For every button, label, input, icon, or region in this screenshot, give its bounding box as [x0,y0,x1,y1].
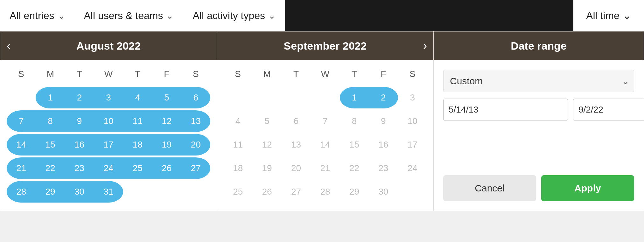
next-arrow-icon: › [423,39,427,52]
sep-day-25[interactable]: 25 [223,181,252,203]
aug-day-21[interactable]: 21 [7,157,36,179]
aug-day-22[interactable]: 22 [36,157,65,179]
september-day-headers: S M T W T F S [223,63,427,85]
all-users-teams-chevron-icon: ⌄ [166,10,173,21]
sep-day-19[interactable]: 19 [252,157,281,179]
panel-buttons: Cancel Apply [443,166,634,201]
aug-day-10[interactable]: 10 [94,110,123,132]
all-entries-chevron-icon: ⌄ [58,10,65,21]
sep-empty-5 [398,181,427,203]
aug-day-26[interactable]: 26 [152,157,181,179]
august-week-5: 28 29 30 31 [7,181,210,203]
sep-day-11[interactable]: 11 [223,134,252,156]
start-date-input[interactable] [443,99,568,121]
sep-day-10[interactable]: 10 [398,110,427,132]
aug-day-2[interactable]: 2 [65,87,94,108]
aug-empty-3 [152,181,181,203]
september-week-1: 1 2 3 [223,87,427,108]
sep-day-3[interactable]: 3 [398,87,427,108]
september-grid: S M T W T F S 1 2 3 [217,60,433,211]
end-date-input[interactable] [573,99,644,121]
aug-day-12[interactable]: 12 [152,110,181,132]
sep-day-7[interactable]: 7 [311,110,340,132]
august-week-4: 21 22 23 24 25 26 27 [7,157,210,179]
sep-day-22[interactable]: 22 [340,157,369,179]
aug-day-6[interactable]: 6 [181,87,210,108]
august-header: ‹ August 2022 [0,31,217,60]
september-calendar: September 2022 › S M T W T F S [217,31,433,211]
aug-day-4[interactable]: 4 [123,87,152,108]
aug-day-16[interactable]: 16 [65,134,94,156]
sep-day-26[interactable]: 26 [252,181,281,203]
aug-day-7[interactable]: 7 [7,110,36,132]
all-time-label: All time [586,10,620,22]
sep-day-16[interactable]: 16 [369,134,398,156]
aug-day-25[interactable]: 25 [123,157,152,179]
sep-day-9[interactable]: 9 [369,110,398,132]
sep-day-14[interactable]: 14 [311,134,340,156]
date-inputs [443,99,634,121]
august-week-3: 14 15 16 17 18 19 20 [7,134,210,156]
aug-day-20[interactable]: 20 [181,134,210,156]
aug-day-23[interactable]: 23 [65,157,94,179]
sep-day-header-w1: W [311,63,340,85]
sep-day-30[interactable]: 30 [369,181,398,203]
aug-day-31[interactable]: 31 [94,181,123,203]
aug-day-24[interactable]: 24 [94,157,123,179]
sep-empty-4 [311,87,340,108]
aug-day-27[interactable]: 27 [181,157,210,179]
september-week-5: 25 26 27 28 29 30 [223,181,427,203]
sep-day-15[interactable]: 15 [340,134,369,156]
sep-day-header-s2: S [398,63,427,85]
all-users-teams-button[interactable]: All users & teams ⌄ [74,0,183,31]
sep-day-2[interactable]: 2 [369,87,398,108]
aug-day-19[interactable]: 19 [152,134,181,156]
sep-day-header-t2: T [340,63,369,85]
day-header-t2: T [123,63,152,85]
august-calendar: ‹ August 2022 S M T W T F S 1 [0,31,217,211]
day-header-t1: T [65,63,94,85]
aug-day-11[interactable]: 11 [123,110,152,132]
sep-day-17[interactable]: 17 [398,134,427,156]
sep-day-6[interactable]: 6 [282,110,311,132]
aug-day-28[interactable]: 28 [7,181,36,203]
next-month-button[interactable]: › [417,31,433,60]
sep-day-20[interactable]: 20 [282,157,311,179]
prev-month-button[interactable]: ‹ [0,31,17,60]
sep-day-29[interactable]: 29 [340,181,369,203]
aug-day-8[interactable]: 8 [36,110,65,132]
sep-day-5[interactable]: 5 [252,110,281,132]
sep-day-1[interactable]: 1 [340,87,369,108]
sep-day-28[interactable]: 28 [311,181,340,203]
sep-day-8[interactable]: 8 [340,110,369,132]
all-activity-types-button[interactable]: All activity types ⌄ [183,0,285,31]
sep-empty-3 [282,87,311,108]
aug-empty-2 [123,181,152,203]
sep-day-23[interactable]: 23 [369,157,398,179]
aug-day-13[interactable]: 13 [181,110,210,132]
aug-day-17[interactable]: 17 [94,134,123,156]
all-entries-button[interactable]: All entries ⌄ [0,0,74,31]
aug-day-3[interactable]: 3 [94,87,123,108]
range-select[interactable]: Custom Today This week This month Last 7… [443,70,634,92]
sep-day-27[interactable]: 27 [282,181,311,203]
aug-day-9[interactable]: 9 [65,110,94,132]
aug-day-1[interactable]: 1 [36,87,65,108]
cancel-button[interactable]: Cancel [443,175,536,201]
all-activity-types-chevron-icon: ⌄ [268,10,276,21]
sep-day-21[interactable]: 21 [311,157,340,179]
sep-day-24[interactable]: 24 [398,157,427,179]
sep-day-18[interactable]: 18 [223,157,252,179]
sep-day-13[interactable]: 13 [282,134,311,156]
aug-day-29[interactable]: 29 [36,181,65,203]
sep-day-12[interactable]: 12 [252,134,281,156]
aug-day-5[interactable]: 5 [152,87,181,108]
all-time-button[interactable]: All time ⌄ [573,0,644,31]
apply-button[interactable]: Apply [541,175,634,201]
aug-day-14[interactable]: 14 [7,134,36,156]
aug-day-30[interactable]: 30 [65,181,94,203]
aug-day-18[interactable]: 18 [123,134,152,156]
august-week-1: 1 2 3 4 5 6 [7,87,210,108]
aug-day-15[interactable]: 15 [36,134,65,156]
sep-day-4[interactable]: 4 [223,110,252,132]
